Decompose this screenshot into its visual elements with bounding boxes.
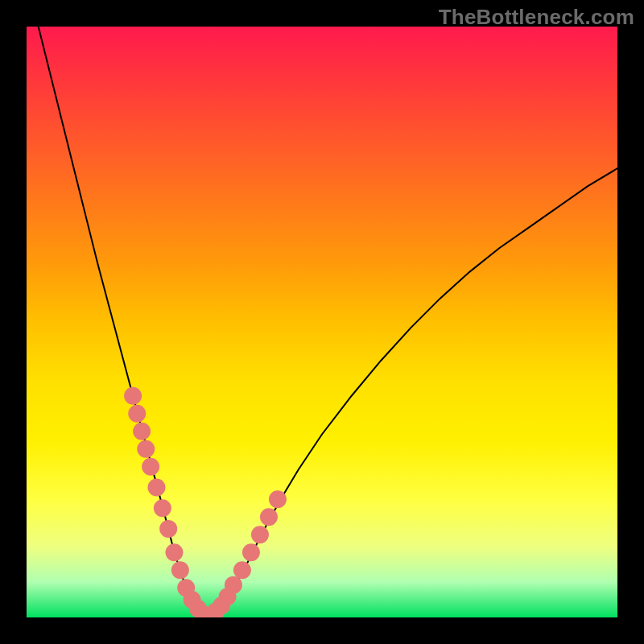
watermark-label: TheBottleneck.com [439, 5, 634, 30]
plot-area [27, 27, 617, 617]
chart-frame: TheBottleneck.com [0, 0, 644, 644]
data-point [251, 526, 269, 543]
curve-line [39, 27, 617, 616]
data-point [269, 490, 287, 508]
chart-canvas [27, 27, 617, 617]
data-point [128, 405, 146, 423]
data-point [159, 520, 177, 538]
data-point [260, 508, 278, 526]
data-point [147, 479, 165, 497]
data-point [233, 561, 251, 579]
data-point [225, 576, 242, 594]
data-point [242, 543, 260, 561]
data-point [171, 561, 189, 579]
data-point [154, 499, 171, 517]
data-point [142, 458, 159, 476]
data-point [133, 423, 151, 440]
data-point [137, 440, 155, 458]
data-point [166, 543, 184, 561]
data-point [124, 387, 142, 405]
